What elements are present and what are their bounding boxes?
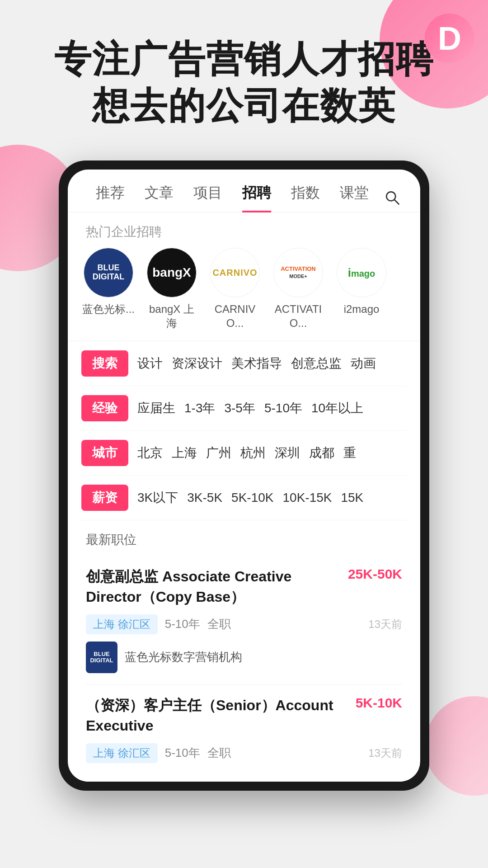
- filter-tag-city[interactable]: 城市: [81, 440, 128, 466]
- hero-line1: 专注广告营销人才招聘: [27, 36, 461, 83]
- job-salary-2: 5K-10K: [356, 695, 402, 711]
- job-title-2: （资深）客户主任（Senior）Account Executive: [86, 695, 356, 736]
- filter-option-senior-design[interactable]: 资深设计: [172, 355, 222, 372]
- filter-option-chongqing[interactable]: 重: [343, 444, 356, 462]
- job-meta-row-1: 上海 徐汇区 5-10年 全职 13天前: [86, 614, 402, 634]
- filter-option-chengdu[interactable]: 成都: [309, 444, 334, 462]
- app-icon[interactable]: D: [425, 14, 474, 63]
- jobs-section: 最新职位 创意副总监 Associate Creative Director（C…: [68, 520, 420, 781]
- filter-option-shanghai[interactable]: 上海: [172, 444, 197, 462]
- hero-section: 专注广告营销人才招聘 想去的公司在数英: [0, 0, 488, 147]
- job-experience-1: 5-10年: [165, 616, 200, 632]
- nav-tabs: 推荐 文章 项目 招聘 指数 课堂: [68, 170, 420, 212]
- tab-index[interactable]: 指数: [281, 183, 330, 212]
- svg-line-1: [394, 200, 399, 204]
- tab-course[interactable]: 课堂: [330, 183, 379, 212]
- hot-companies-label: 热门企业招聘: [68, 212, 420, 248]
- company-name-carnivo: CARNIVO...: [208, 302, 262, 330]
- filter-option-5-10[interactable]: 5-10年: [264, 400, 302, 417]
- filter-tag-experience[interactable]: 经验: [81, 395, 128, 421]
- job-time-1: 13天前: [368, 617, 402, 632]
- phone-wrapper: 推荐 文章 项目 招聘 指数 课堂 热门企业招聘: [0, 160, 488, 791]
- filter-section: 搜索 设计 资深设计 美术指导 创意总监 动画 经验 应届生 1-3年 3-5年…: [68, 341, 420, 520]
- filter-option-creative-director[interactable]: 创意总监: [291, 355, 342, 372]
- filter-tag-search[interactable]: 搜索: [81, 350, 128, 377]
- search-button[interactable]: [382, 188, 402, 208]
- app-icon-letter: D: [438, 22, 461, 55]
- phone-screen: 推荐 文章 项目 招聘 指数 课堂 热门企业招聘: [68, 170, 420, 782]
- tab-recommend[interactable]: 推荐: [86, 183, 135, 212]
- phone-frame: 推荐 文章 项目 招聘 指数 课堂 热门企业招聘: [59, 160, 429, 791]
- job-meta-row-2: 上海 徐汇区 5-10年 全职 13天前: [86, 743, 402, 763]
- company-name-activation: ACTIVATIO...: [271, 302, 325, 330]
- filter-option-guangzhou[interactable]: 广州: [206, 444, 231, 462]
- filter-option-hangzhou[interactable]: 杭州: [240, 444, 266, 462]
- hero-title: 专注广告营销人才招聘 想去的公司在数英: [27, 36, 461, 129]
- job-type-1: 全职: [207, 616, 231, 632]
- company-activation[interactable]: ACTIVATIONMODE+ ACTIVATIO...: [271, 248, 325, 330]
- hero-line2: 想去的公司在数英: [27, 83, 461, 129]
- filter-option-1-3[interactable]: 1-3年: [184, 400, 215, 417]
- job-company-row-1: BLUEDIGITAL 蓝色光标数字营销机构: [86, 642, 402, 673]
- job-location-tag-2: 上海 徐汇区: [86, 743, 158, 763]
- company-logo-i2mago: imago: [337, 248, 386, 297]
- tab-jobs[interactable]: 招聘: [232, 183, 281, 212]
- company-name-bangx: bangX 上海: [145, 302, 199, 330]
- filter-row-city: 城市 北京 上海 广州 杭州 深圳 成都 重: [81, 431, 407, 476]
- company-carnivo[interactable]: CARNIVO CARNIVO...: [208, 248, 262, 330]
- filter-option-beijing[interactable]: 北京: [137, 444, 163, 462]
- job-card-1[interactable]: 创意副总监 Associate Creative Director（Copy B…: [86, 556, 402, 684]
- filter-row-experience: 经验 应届生 1-3年 3-5年 5-10年 10年以上: [81, 386, 407, 431]
- company-logo-activation: ACTIVATIONMODE+: [273, 248, 323, 297]
- jobs-label: 最新职位: [86, 520, 402, 556]
- filter-option-10plus[interactable]: 10年以上: [311, 400, 363, 417]
- filter-option-design[interactable]: 设计: [137, 355, 163, 372]
- filter-option-shenzhen[interactable]: 深圳: [275, 444, 300, 462]
- company-mini-name-1: 蓝色光标数字营销机构: [125, 649, 242, 665]
- company-i2mago[interactable]: imago i2mago: [334, 248, 389, 316]
- job-salary-1: 25K-50K: [348, 566, 402, 582]
- filter-tag-salary[interactable]: 薪资: [81, 485, 128, 511]
- filter-option-3-5[interactable]: 3-5年: [224, 400, 255, 417]
- filter-row-search: 搜索 设计 资深设计 美术指导 创意总监 动画: [81, 341, 407, 386]
- company-name-i2mago: i2mago: [344, 302, 380, 316]
- search-icon: [383, 189, 401, 207]
- tab-project[interactable]: 项目: [183, 183, 232, 212]
- job-type-2: 全职: [207, 745, 231, 761]
- company-logo-blue-digital: BLUEDIGITAL: [84, 248, 133, 297]
- job-title-row-1: 创意副总监 Associate Creative Director（Copy B…: [86, 566, 402, 607]
- filter-option-art-director[interactable]: 美术指导: [231, 355, 282, 372]
- filter-option-3k-5k[interactable]: 3K-5K: [187, 491, 222, 505]
- company-bangx[interactable]: bangX bangX 上海: [145, 248, 199, 330]
- filter-option-3k-below[interactable]: 3K以下: [137, 489, 178, 506]
- filter-row-salary: 薪资 3K以下 3K-5K 5K-10K 10K-15K 15K: [81, 476, 407, 520]
- job-experience-2: 5-10年: [165, 745, 200, 761]
- company-logo-carnivo: CARNIVO: [210, 248, 260, 297]
- job-time-2: 13天前: [368, 746, 402, 760]
- company-mini-logo-1: BLUEDIGITAL: [86, 642, 117, 673]
- company-blue-digital[interactable]: BLUEDIGITAL 蓝色光标...: [81, 248, 136, 316]
- filter-option-15k-plus[interactable]: 15K: [341, 491, 363, 505]
- filter-option-fresh[interactable]: 应届生: [137, 400, 175, 417]
- filter-option-10k-15k[interactable]: 10K-15K: [282, 491, 332, 505]
- job-title-row-2: （资深）客户主任（Senior）Account Executive 5K-10K: [86, 695, 402, 736]
- job-title-1: 创意副总监 Associate Creative Director（Copy B…: [86, 566, 348, 607]
- job-location-tag-1: 上海 徐汇区: [86, 614, 158, 634]
- company-name-blue-digital: 蓝色光标...: [82, 302, 135, 316]
- tab-article[interactable]: 文章: [135, 183, 183, 212]
- job-card-2[interactable]: （资深）客户主任（Senior）Account Executive 5K-10K…: [86, 684, 402, 782]
- companies-row: BLUEDIGITAL 蓝色光标... bangX bangX 上海 CARNI…: [68, 248, 420, 341]
- filter-option-5k-10k[interactable]: 5K-10K: [231, 491, 273, 505]
- company-logo-bangx: bangX: [147, 248, 197, 297]
- filter-option-animation[interactable]: 动画: [351, 355, 376, 372]
